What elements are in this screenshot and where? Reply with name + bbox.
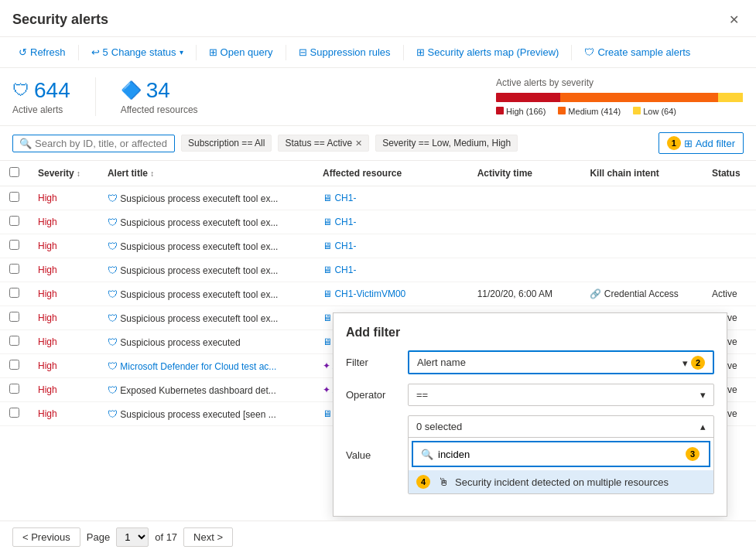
value-header[interactable]: 0 selected ▴ <box>409 416 713 438</box>
change-status-count: 5 <box>103 46 108 58</box>
status-filter-close[interactable]: ✕ <box>355 138 362 148</box>
medium-legend: Medium (414) <box>558 107 621 116</box>
popup-value-label: Value <box>346 449 408 461</box>
value-selected-text: 0 selected <box>416 421 462 432</box>
security-alerts-map-button[interactable]: ⊞ Security alerts map (Preview) <box>410 43 566 61</box>
table-row[interactable]: High 🛡 Suspicious process executeft tool… <box>0 258 756 282</box>
alert-icon: 🛡 <box>108 360 118 372</box>
row-checkbox[interactable] <box>9 192 19 202</box>
footer: < Previous Page 1 of 17 Next > <box>0 521 756 553</box>
row-checkbox[interactable] <box>9 240 19 250</box>
status-filter-tag[interactable]: Status == Active ✕ <box>278 135 369 152</box>
active-alerts-count: 644 <box>34 78 70 103</box>
next-label: Next > <box>193 531 223 543</box>
severity-chart-title: Active alerts by severity <box>496 77 744 88</box>
next-button[interactable]: Next > <box>183 527 233 547</box>
search-input[interactable] <box>35 138 168 149</box>
add-filter-icon: ⊞ <box>684 138 693 149</box>
alert-link[interactable]: Microsoft Defender for Cloud test ac... <box>120 361 276 372</box>
table-row[interactable]: High 🛡 Suspicious process executeft tool… <box>0 234 756 258</box>
value-search-icon: 🔍 <box>421 449 433 460</box>
change-status-button[interactable]: ↩ 5 Change status ▾ <box>85 43 190 61</box>
option-badge: 4 <box>416 475 430 489</box>
severity-cell: High <box>38 360 57 371</box>
severity-cell: High <box>38 241 57 251</box>
refresh-label: Refresh <box>30 46 66 58</box>
row-checkbox[interactable] <box>9 312 19 322</box>
severity-cell: High <box>38 336 57 347</box>
severity-cell: High <box>38 288 57 299</box>
resource-icon: 🖥 <box>323 408 332 419</box>
popup-filter-row: Filter Alert name 2 ▾ <box>346 350 714 374</box>
resource-cell: CH1- <box>334 241 356 251</box>
resource-icon: ✦ <box>323 360 330 371</box>
close-button[interactable]: ✕ <box>724 11 744 29</box>
alert-icon: 🛡 <box>108 265 118 276</box>
activity-time-column-header: Activity time <box>468 161 581 186</box>
alert-icon: 🛡 <box>108 408 118 420</box>
row-checkbox[interactable] <box>9 360 19 370</box>
row-checkbox[interactable] <box>9 384 19 394</box>
value-option-item[interactable]: 4 🖱 Security incident detected on multip… <box>409 470 713 493</box>
alert-icon: 🛡 <box>108 288 118 300</box>
resource-link[interactable]: CH1-VictimVM00 <box>334 288 405 299</box>
status-cell <box>703 210 756 234</box>
resource-icon: 🖥 <box>323 288 332 299</box>
stat-divider <box>95 77 96 116</box>
resource-icon: 🖥 <box>323 241 332 251</box>
add-filter-button[interactable]: 1 ⊞ Add filter <box>659 132 744 154</box>
popup-value-row: Value 0 selected ▴ 🔍 3 4 🖱 Security i <box>346 415 714 494</box>
change-status-icon: ↩ <box>91 46 100 58</box>
severity-cell: High <box>38 312 57 323</box>
select-all-checkbox[interactable] <box>9 167 19 177</box>
open-query-button[interactable]: ⊞ Open query <box>203 43 279 61</box>
affected-resource-column-header: Affected resource <box>313 161 468 186</box>
intent-cell <box>580 234 702 258</box>
resource-icon: 🖥 <box>323 312 332 323</box>
value-search-input[interactable] <box>438 449 681 460</box>
search-badge: 3 <box>686 447 700 461</box>
filter-bar: 🔍 Subscription == All Status == Active ✕… <box>0 126 756 161</box>
row-checkbox[interactable] <box>9 336 19 346</box>
status-column-header: Status <box>703 161 756 186</box>
row-checkbox[interactable] <box>9 408 19 418</box>
separator-1 <box>78 45 79 60</box>
change-status-label: Change status <box>111 46 176 58</box>
row-checkbox[interactable] <box>9 216 19 226</box>
subscription-filter-tag[interactable]: Subscription == All <box>181 135 272 152</box>
severity-cell: High <box>38 217 57 227</box>
panel-title: Security alerts <box>12 12 108 28</box>
option-label: Security incident detected on multiple r… <box>455 476 669 488</box>
search-box[interactable]: 🔍 <box>12 135 175 152</box>
row-checkbox[interactable] <box>9 288 19 298</box>
create-sample-button[interactable]: 🛡 Create sample alerts <box>578 43 696 61</box>
page-select[interactable]: 1 <box>116 527 149 547</box>
table-row[interactable]: High 🛡 Suspicious process executeft tool… <box>0 210 756 234</box>
search-icon: 🔍 <box>19 138 32 149</box>
popup-operator-select[interactable]: == ▾ <box>408 384 714 406</box>
suppression-label: Suppression rules <box>310 46 391 58</box>
filter-select-value: Alert name <box>417 357 466 368</box>
security-alerts-map-label: Security alerts map (Preview) <box>428 46 559 58</box>
severity-filter-tag[interactable]: Severity == Low, Medium, High <box>375 135 518 152</box>
resource-cell: CH1- <box>334 265 356 275</box>
suppression-rules-button[interactable]: ⊟ Suppression rules <box>292 43 397 61</box>
table-row[interactable]: High 🛡 Suspicious process executeft tool… <box>0 282 756 306</box>
active-alerts-label: Active alerts <box>12 104 70 115</box>
row-checkbox[interactable] <box>9 264 19 274</box>
table-row[interactable]: High 🛡 Suspicious process executeft tool… <box>0 186 756 210</box>
time-cell <box>468 210 581 234</box>
popup-title: Add filter <box>346 326 714 340</box>
alert-title-column-header: Alert title ↕ <box>98 161 313 186</box>
popup-filter-select[interactable]: Alert name 2 ▾ <box>408 350 714 374</box>
add-filter-badge: 1 <box>667 136 681 150</box>
previous-button[interactable]: < Previous <box>12 527 80 547</box>
subscription-filter-label: Subscription == All <box>188 138 265 148</box>
severity-sort-icon[interactable]: ↕ <box>77 169 80 178</box>
value-search-box[interactable]: 🔍 3 <box>412 441 710 467</box>
refresh-button[interactable]: ↺ Refresh <box>12 43 72 61</box>
intent-cell <box>580 186 702 210</box>
title-sort-icon[interactable]: ↕ <box>150 169 154 178</box>
stats-bar: 🛡 644 Active alerts 🔷 34 Affected resour… <box>0 68 756 126</box>
option-cursor-icon: 🖱 <box>438 476 449 488</box>
